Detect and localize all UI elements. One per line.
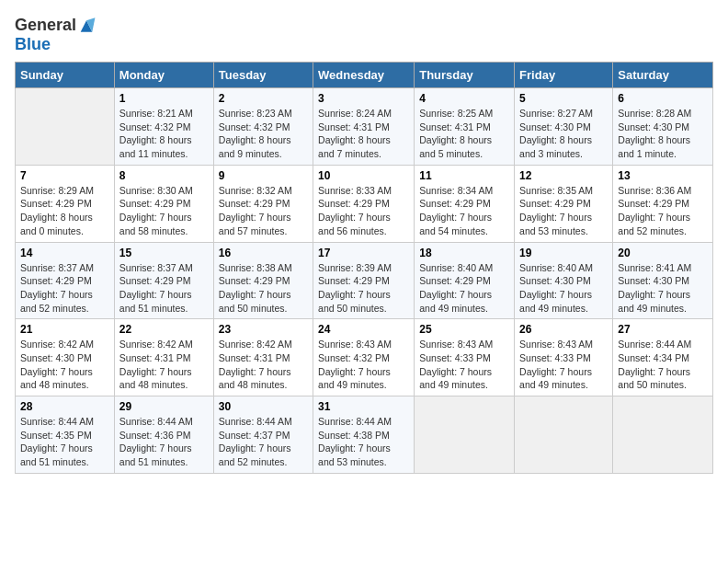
day-info: Sunrise: 8:44 AM Sunset: 4:38 PM Dayligh… (318, 415, 409, 469)
calendar-table: Sunday Monday Tuesday Wednesday Thursday… (15, 62, 713, 474)
day-info: Sunrise: 8:42 AM Sunset: 4:31 PM Dayligh… (219, 338, 308, 392)
day-number: 3 (318, 92, 409, 105)
day-number: 25 (419, 323, 509, 336)
day-info: Sunrise: 8:40 AM Sunset: 4:29 PM Dayligh… (419, 261, 509, 316)
calendar-week-row: 7 Sunrise: 8:29 AM Sunset: 4:29 PM Dayli… (16, 165, 713, 242)
day-info: Sunrise: 8:27 AM Sunset: 4:30 PM Dayligh… (519, 107, 608, 161)
table-row: 22 Sunrise: 8:42 AM Sunset: 4:31 PM Dayl… (114, 319, 213, 396)
day-number: 31 (318, 400, 409, 413)
day-number: 9 (219, 169, 308, 182)
day-number: 12 (519, 169, 608, 182)
day-number: 26 (519, 323, 608, 336)
table-row (613, 396, 713, 474)
day-info: Sunrise: 8:36 AM Sunset: 4:29 PM Dayligh… (618, 184, 708, 238)
day-info: Sunrise: 8:44 AM Sunset: 4:36 PM Dayligh… (119, 415, 209, 469)
day-info: Sunrise: 8:39 AM Sunset: 4:29 PM Dayligh… (318, 261, 409, 316)
day-info: Sunrise: 8:43 AM Sunset: 4:33 PM Dayligh… (519, 338, 608, 392)
table-row: 31 Sunrise: 8:44 AM Sunset: 4:38 PM Dayl… (313, 396, 415, 474)
day-number: 17 (318, 247, 409, 259)
day-number: 27 (618, 323, 708, 336)
day-info: Sunrise: 8:34 AM Sunset: 4:29 PM Dayligh… (419, 184, 509, 238)
day-number: 4 (419, 92, 509, 105)
table-row: 29 Sunrise: 8:44 AM Sunset: 4:36 PM Dayl… (114, 396, 213, 474)
table-row: 20 Sunrise: 8:41 AM Sunset: 4:30 PM Dayl… (613, 242, 713, 319)
table-row: 1 Sunrise: 8:21 AM Sunset: 4:32 PM Dayli… (114, 88, 213, 166)
day-info: Sunrise: 8:43 AM Sunset: 4:33 PM Dayligh… (419, 338, 509, 392)
day-number: 19 (519, 247, 608, 259)
day-number: 28 (20, 400, 109, 413)
table-row: 30 Sunrise: 8:44 AM Sunset: 4:37 PM Dayl… (213, 396, 313, 474)
table-row: 9 Sunrise: 8:32 AM Sunset: 4:29 PM Dayli… (213, 165, 313, 242)
table-row: 5 Sunrise: 8:27 AM Sunset: 4:30 PM Dayli… (515, 88, 613, 166)
logo-general-text: General (15, 16, 76, 35)
day-info: Sunrise: 8:24 AM Sunset: 4:31 PM Dayligh… (318, 107, 409, 161)
table-row: 26 Sunrise: 8:43 AM Sunset: 4:33 PM Dayl… (515, 319, 613, 396)
table-row: 7 Sunrise: 8:29 AM Sunset: 4:29 PM Dayli… (16, 165, 115, 242)
table-row: 4 Sunrise: 8:25 AM Sunset: 4:31 PM Dayli… (415, 88, 515, 166)
table-row: 18 Sunrise: 8:40 AM Sunset: 4:29 PM Dayl… (415, 242, 515, 319)
day-number: 10 (318, 169, 409, 182)
calendar-week-row: 28 Sunrise: 8:44 AM Sunset: 4:35 PM Dayl… (16, 396, 713, 474)
day-number: 23 (219, 323, 308, 336)
page-header: General Blue (15, 15, 713, 54)
table-row: 17 Sunrise: 8:39 AM Sunset: 4:29 PM Dayl… (313, 242, 415, 319)
day-info: Sunrise: 8:42 AM Sunset: 4:30 PM Dayligh… (20, 338, 109, 392)
day-number: 29 (119, 400, 209, 413)
table-row: 10 Sunrise: 8:33 AM Sunset: 4:29 PM Dayl… (313, 165, 415, 242)
day-info: Sunrise: 8:37 AM Sunset: 4:29 PM Dayligh… (119, 261, 209, 316)
day-info: Sunrise: 8:28 AM Sunset: 4:30 PM Dayligh… (618, 107, 708, 161)
table-row: 3 Sunrise: 8:24 AM Sunset: 4:31 PM Dayli… (313, 88, 415, 166)
day-number: 21 (20, 323, 109, 336)
day-number: 6 (618, 92, 708, 105)
table-row: 16 Sunrise: 8:38 AM Sunset: 4:29 PM Dayl… (213, 242, 313, 319)
logo-blue-text: Blue (15, 35, 51, 54)
day-number: 16 (219, 247, 308, 259)
calendar-week-row: 21 Sunrise: 8:42 AM Sunset: 4:30 PM Dayl… (16, 319, 713, 396)
day-info: Sunrise: 8:43 AM Sunset: 4:32 PM Dayligh… (318, 338, 409, 392)
day-info: Sunrise: 8:30 AM Sunset: 4:29 PM Dayligh… (119, 184, 209, 238)
col-saturday: Saturday (613, 63, 713, 88)
day-number: 15 (119, 247, 209, 259)
col-sunday: Sunday (16, 63, 115, 88)
table-row: 21 Sunrise: 8:42 AM Sunset: 4:30 PM Dayl… (16, 319, 115, 396)
table-row: 6 Sunrise: 8:28 AM Sunset: 4:30 PM Dayli… (613, 88, 713, 166)
day-info: Sunrise: 8:40 AM Sunset: 4:30 PM Dayligh… (519, 261, 608, 316)
table-row (16, 88, 115, 166)
col-thursday: Thursday (415, 63, 515, 88)
day-info: Sunrise: 8:32 AM Sunset: 4:29 PM Dayligh… (219, 184, 308, 238)
table-row (415, 396, 515, 474)
table-row: 2 Sunrise: 8:23 AM Sunset: 4:32 PM Dayli… (213, 88, 313, 166)
table-row: 23 Sunrise: 8:42 AM Sunset: 4:31 PM Dayl… (213, 319, 313, 396)
calendar-week-row: 14 Sunrise: 8:37 AM Sunset: 4:29 PM Dayl… (16, 242, 713, 319)
day-info: Sunrise: 8:44 AM Sunset: 4:35 PM Dayligh… (20, 415, 109, 469)
day-info: Sunrise: 8:33 AM Sunset: 4:29 PM Dayligh… (318, 184, 409, 238)
day-info: Sunrise: 8:37 AM Sunset: 4:29 PM Dayligh… (20, 261, 109, 316)
table-row: 24 Sunrise: 8:43 AM Sunset: 4:32 PM Dayl… (313, 319, 415, 396)
table-row (515, 396, 613, 474)
day-info: Sunrise: 8:23 AM Sunset: 4:32 PM Dayligh… (219, 107, 308, 161)
day-number: 20 (618, 247, 708, 259)
day-info: Sunrise: 8:25 AM Sunset: 4:31 PM Dayligh… (419, 107, 509, 161)
col-wednesday: Wednesday (313, 63, 415, 88)
day-number: 18 (419, 247, 509, 259)
day-number: 5 (519, 92, 608, 105)
calendar-header-row: Sunday Monday Tuesday Wednesday Thursday… (16, 63, 713, 88)
table-row: 11 Sunrise: 8:34 AM Sunset: 4:29 PM Dayl… (415, 165, 515, 242)
day-number: 14 (20, 247, 109, 259)
calendar-week-row: 1 Sunrise: 8:21 AM Sunset: 4:32 PM Dayli… (16, 88, 713, 166)
table-row: 25 Sunrise: 8:43 AM Sunset: 4:33 PM Dayl… (415, 319, 515, 396)
day-number: 24 (318, 323, 409, 336)
day-info: Sunrise: 8:44 AM Sunset: 4:34 PM Dayligh… (618, 338, 708, 392)
day-info: Sunrise: 8:38 AM Sunset: 4:29 PM Dayligh… (219, 261, 308, 316)
table-row: 15 Sunrise: 8:37 AM Sunset: 4:29 PM Dayl… (114, 242, 213, 319)
day-number: 1 (119, 92, 209, 105)
table-row: 28 Sunrise: 8:44 AM Sunset: 4:35 PM Dayl… (16, 396, 115, 474)
day-number: 8 (119, 169, 209, 182)
day-number: 11 (419, 169, 509, 182)
table-row: 19 Sunrise: 8:40 AM Sunset: 4:30 PM Dayl… (515, 242, 613, 319)
day-info: Sunrise: 8:41 AM Sunset: 4:30 PM Dayligh… (618, 261, 708, 316)
day-info: Sunrise: 8:29 AM Sunset: 4:29 PM Dayligh… (20, 184, 109, 238)
col-monday: Monday (114, 63, 213, 88)
table-row: 12 Sunrise: 8:35 AM Sunset: 4:29 PM Dayl… (515, 165, 613, 242)
col-tuesday: Tuesday (213, 63, 313, 88)
